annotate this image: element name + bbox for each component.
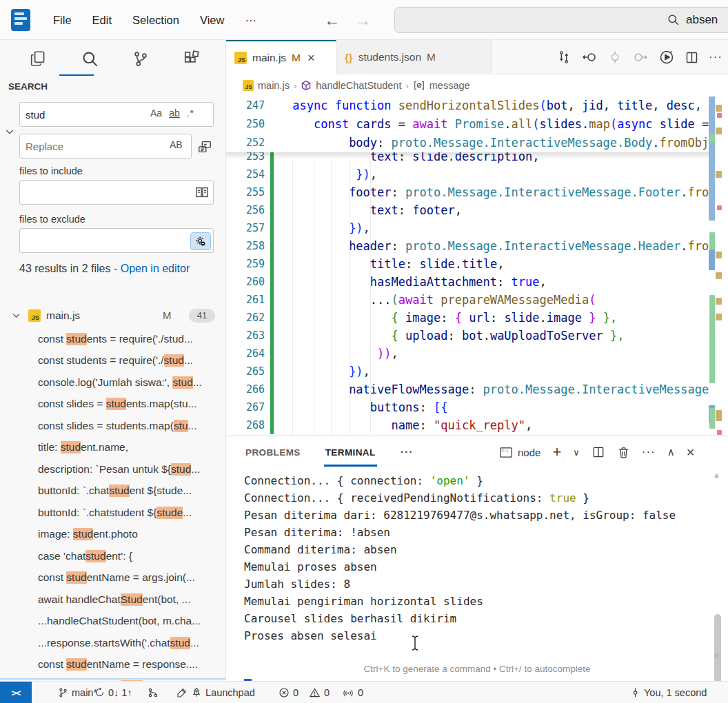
panel-tabs-overflow-icon[interactable]: ···: [401, 446, 414, 458]
search-result-row[interactable]: buttonId: `.chatstudent ${stude...: [0, 502, 226, 524]
remote-indicator[interactable]: ><: [0, 682, 32, 703]
graph-status-item[interactable]: [148, 682, 159, 703]
tab-main-js[interactable]: JS main.js M ×: [226, 40, 336, 74]
maximize-panel-chevron-icon[interactable]: ∧: [667, 446, 675, 458]
extensions-icon[interactable]: [174, 44, 210, 73]
exclude-settings-gear-icon[interactable]: [190, 232, 211, 250]
tab-students-json[interactable]: {} students.json M: [336, 40, 492, 74]
search-result-row[interactable]: const students = require('./stud...: [0, 350, 226, 372]
search-result-row[interactable]: console.log('Jumlah siswa:', stud...: [0, 371, 226, 394]
new-terminal-icon[interactable]: +: [552, 443, 561, 461]
open-in-editor-link[interactable]: Open in editor: [121, 263, 190, 274]
menu-file[interactable]: File: [43, 10, 82, 31]
search-result-row[interactable]: ...handleChatStudent(bot, m.cha...: [0, 611, 226, 633]
menu-[interactable]: ···: [234, 10, 266, 31]
search-view-icon[interactable]: [72, 44, 108, 73]
scroll-down-arrow-icon[interactable]: ▼: [713, 651, 720, 660]
split-terminal-icon[interactable]: [592, 445, 605, 459]
search-result-row[interactable]: title: student.name,: [0, 437, 226, 459]
search-result-row[interactable]: case 'chatstudent': {: [0, 545, 226, 567]
code-line-250[interactable]: 250 const cards = await Promise.all(slid…: [226, 115, 709, 133]
toggle-replace-chevron-icon[interactable]: [4, 126, 15, 137]
search-result-row[interactable]: buttonId: `.chatstudent ${stude...: [0, 480, 226, 502]
search-result-row[interactable]: const students = require('./stud...: [0, 328, 226, 350]
code-line-266[interactable]: 266 nativeFlowMessage: proto.Message.Int…: [226, 380, 709, 398]
launchpad-status-item[interactable]: Launchpad: [176, 682, 255, 703]
search-result-row[interactable]: ...response.startsWith('.chatstud...: [0, 632, 226, 654]
code-line-252[interactable]: 252 body: proto.Message.InteractiveMessa…: [226, 134, 709, 152]
collapse-chevron-icon[interactable]: [11, 310, 21, 320]
regex-icon[interactable]: .*: [187, 108, 194, 119]
panel-more-actions-icon[interactable]: ···: [642, 445, 656, 459]
files-exclude-input[interactable]: [19, 228, 214, 253]
code-line-263[interactable]: 263 { upload: bot.waUploadToServer },: [226, 327, 709, 345]
menu-edit[interactable]: Edit: [82, 10, 122, 31]
code-line-259[interactable]: 259 title: slide.title,: [226, 255, 709, 273]
search-result-row[interactable]: const studentName = response....: [0, 654, 226, 676]
ports-status-item[interactable]: 0: [342, 682, 363, 703]
search-result-row[interactable]: description: `Pesan untuk ${stud...: [0, 458, 226, 480]
scroll-up-arrow-icon[interactable]: ▲: [713, 471, 720, 479]
whole-word-icon[interactable]: ab: [169, 108, 180, 119]
close-tab-icon[interactable]: ×: [307, 51, 315, 65]
breadcrumb-file[interactable]: main.js: [258, 80, 290, 91]
warnings-status-item[interactable]: 0: [309, 682, 330, 703]
errors-status-item[interactable]: 0: [279, 682, 299, 703]
terminal-dropdown-chevron-icon[interactable]: ∨: [573, 447, 580, 458]
code-line-254[interactable]: 254 }),: [226, 165, 709, 183]
preserve-case-icon[interactable]: AB: [170, 139, 183, 150]
result-file-row[interactable]: JS main.js M 41: [0, 305, 226, 326]
terminal-shell-picker[interactable]: C:\ node: [499, 447, 540, 458]
previous-change-icon[interactable]: [581, 49, 598, 65]
replace-input[interactable]: [19, 134, 192, 159]
match-case-icon[interactable]: Aa: [150, 108, 162, 119]
nav-back-button[interactable]: ←: [324, 11, 340, 30]
breadcrumb-symbol[interactable]: handleChatStudent: [316, 80, 401, 91]
overview-ruler[interactable]: [709, 96, 728, 436]
search-result-row[interactable]: image: student.photo: [0, 524, 226, 546]
editor-more-actions-icon[interactable]: ···: [709, 50, 722, 64]
result-text: ents = require('./stud...: [87, 333, 193, 345]
next-change-icon[interactable]: [632, 49, 649, 65]
code-line-255[interactable]: 255 footer: proto.Message.InteractiveMes…: [226, 183, 709, 201]
code-line-258[interactable]: 258 header: proto.Message.InteractiveMes…: [226, 237, 709, 255]
search-result-row[interactable]: const slides = students.map(stu...: [0, 415, 226, 437]
menu-view[interactable]: View: [190, 10, 234, 31]
code-line-256[interactable]: 256 text: footer,: [226, 201, 709, 219]
source-control-icon[interactable]: [123, 44, 159, 73]
open-changes-icon[interactable]: [556, 50, 572, 65]
current-change-icon[interactable]: [607, 50, 623, 65]
terminal-scrollbar-thumb[interactable]: [714, 614, 721, 683]
search-result-row[interactable]: await handleChatStudent(bot, ...: [0, 589, 226, 611]
code-line-268[interactable]: 268 name: "quick_reply",: [226, 416, 709, 434]
tab-terminal[interactable]: TERMINAL: [325, 447, 376, 458]
run-or-debug-icon[interactable]: [658, 49, 675, 65]
command-center[interactable]: absen: [394, 7, 728, 33]
line-number: 254: [226, 165, 265, 183]
scrollbar-thumb[interactable]: [709, 96, 715, 221]
split-editor-icon[interactable]: [685, 50, 699, 65]
code-line-260[interactable]: 260 hasMediaAttachment: true,: [226, 273, 709, 291]
close-panel-icon[interactable]: ×: [687, 445, 695, 460]
explorer-copy-icon[interactable]: [21, 44, 57, 73]
code-line-261[interactable]: 261 ...(await prepareWAMessageMedia(: [226, 291, 709, 309]
code-line-267[interactable]: 267 buttons: [{: [226, 398, 709, 416]
code-line-265[interactable]: 265 }),: [226, 363, 709, 380]
code-line-257[interactable]: 257 }),: [226, 219, 709, 237]
branch-status-item[interactable]: main*: [58, 682, 97, 703]
open-editors-book-icon[interactable]: [194, 185, 210, 200]
code-line-247[interactable]: 247 async function sendHorizontalSlides(…: [226, 96, 709, 114]
breadcrumb-member[interactable]: message: [429, 80, 470, 91]
sync-status-item[interactable]: 0↓ 1↑: [94, 682, 132, 703]
replace-all-icon[interactable]: [197, 139, 212, 154]
code-editor[interactable]: 253 text: slide.description,254 }),255 f…: [226, 96, 728, 436]
code-line-264[interactable]: 264 )),: [226, 345, 709, 363]
search-result-row[interactable]: const slides = students.map(stu...: [0, 394, 226, 416]
files-include-input[interactable]: [19, 180, 214, 205]
menu-selection[interactable]: Selection: [122, 10, 190, 31]
search-result-row[interactable]: const studentName = args.join(...: [0, 567, 226, 589]
blame-status-item[interactable]: You, 1 second: [630, 682, 728, 703]
kill-terminal-trash-icon[interactable]: [617, 446, 630, 459]
code-line-262[interactable]: 262 { image: { url: slide.image } },: [226, 309, 709, 327]
tab-problems[interactable]: PROBLEMS: [245, 447, 301, 458]
